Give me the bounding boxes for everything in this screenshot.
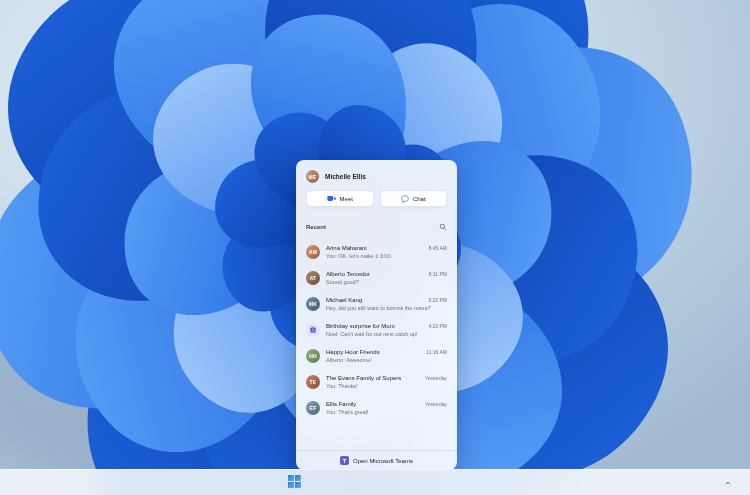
- conversation-michael-kang[interactable]: MK Michael Kang 5:22 PM Hey, did you sti…: [298, 291, 455, 317]
- flyout-footer: T Open Microsoft Teams: [296, 450, 457, 470]
- open-teams-label: Open Microsoft Teams: [353, 458, 413, 464]
- conversation-time: 8:45 AM: [429, 245, 447, 251]
- user-avatar: ME: [306, 170, 319, 183]
- action-row: Meet Chat: [296, 190, 457, 216]
- chat-bubble-icon: [401, 195, 409, 203]
- windows-logo-icon: [288, 475, 301, 491]
- chat-button-label: Chat: [413, 196, 426, 202]
- conversation-time: 6:11 PM: [429, 271, 447, 277]
- chevron-up-icon: [723, 476, 733, 491]
- conversation-name: Happy Hour Friends: [326, 349, 380, 355]
- conversation-preview: You: Thanks!: [326, 383, 447, 389]
- camera-icon: [327, 195, 336, 202]
- conversation-alberto-tercedor[interactable]: AT Alberto Tercedor 6:11 PM Sound good?: [298, 265, 455, 291]
- teams-chat-flyout: ME Michelle Ellis Meet Chat Recent: [296, 160, 457, 470]
- conversation-preview: Alberto: Awesome!: [326, 357, 447, 363]
- chat-button[interactable]: Chat: [380, 190, 448, 207]
- conversation-preview: Hey, did you still want to borrow the no…: [326, 305, 447, 311]
- conversation-name: The Evans Family of Supers: [326, 375, 401, 381]
- conversation-preview: You: That's great!: [326, 409, 447, 415]
- conversation-name: Birthday surprise for Mum: [326, 323, 395, 329]
- flyout-header: ME Michelle Ellis: [296, 160, 457, 190]
- taskbar: [0, 469, 750, 495]
- meet-button-label: Meet: [340, 196, 353, 202]
- conversation-time: 4:23 PM: [428, 323, 447, 329]
- avatar: HH: [306, 349, 320, 363]
- desktop: ME Michelle Ellis Meet Chat Recent: [0, 0, 750, 495]
- conversation-time: 11:16 AM: [426, 349, 447, 355]
- conversation-time: Yesterday: [425, 401, 447, 407]
- user-avatar-initials: ME: [309, 174, 317, 180]
- search-button[interactable]: [439, 219, 447, 234]
- teams-logo: T: [340, 456, 349, 465]
- conversation-name: Michael Kang: [326, 297, 362, 303]
- conversation-happy-hour-friends[interactable]: HH Happy Hour Friends 11:16 AM Alberto: …: [298, 343, 455, 369]
- gift-icon: [309, 326, 317, 335]
- conversation-preview: You: OK, let's make it 3:00.: [326, 253, 447, 259]
- conversation-arina-maharani[interactable]: AM Arina Maharani 8:45 AM You: OK, let's…: [298, 239, 455, 265]
- recent-label: Recent: [306, 224, 326, 230]
- start-button[interactable]: [284, 473, 304, 493]
- conversation-name: Alberto Tercedor: [326, 271, 370, 277]
- search-icon: [439, 219, 447, 234]
- recent-row: Recent: [296, 216, 457, 238]
- conversation-name: Arina Maharani: [326, 245, 367, 251]
- avatar: TE: [306, 375, 320, 389]
- conversation-the-evans-family-of-supers[interactable]: TE The Evans Family of Supers Yesterday …: [298, 369, 455, 395]
- conversation-time: Yesterday: [425, 375, 447, 381]
- avatar: AT: [306, 271, 320, 285]
- meet-button[interactable]: Meet: [306, 190, 374, 207]
- avatar: MK: [306, 297, 320, 311]
- avatar: EF: [306, 401, 320, 415]
- open-microsoft-teams-button[interactable]: T Open Microsoft Teams: [334, 455, 419, 466]
- user-name: Michelle Ellis: [325, 173, 366, 180]
- conversation-preview: Noel: Can't wait for our next catch up!: [326, 331, 447, 337]
- conversation-ellis-family[interactable]: EF Ellis Family Yesterday You: That's gr…: [298, 395, 455, 421]
- conversation-time: 5:22 PM: [428, 297, 447, 303]
- conversation-preview: Sound good?: [326, 279, 447, 285]
- conversation-birthday-surprise-for-mum[interactable]: Birthday surprise for Mum 4:23 PM Noel: …: [298, 317, 455, 343]
- conversation-name: Ellis Family: [326, 401, 356, 407]
- avatar: [306, 323, 320, 337]
- tray-chevron-button[interactable]: [718, 473, 738, 493]
- avatar: AM: [306, 245, 320, 259]
- conversation-list: AM Arina Maharani 8:45 AM You: OK, let's…: [296, 238, 457, 450]
